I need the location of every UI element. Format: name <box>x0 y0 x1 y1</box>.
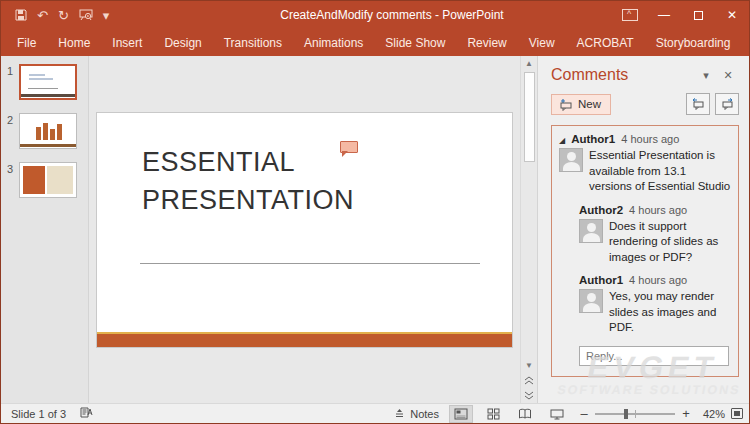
zoom-percentage[interactable]: 42% <box>697 408 725 420</box>
avatar <box>559 148 583 172</box>
window-title: CreateAndModify comments - PowerPoint <box>171 8 613 22</box>
slide-thumbnail-pane: 1 2 3 <box>1 56 89 403</box>
reply-text: Yes, you may render slides as images and… <box>609 289 731 336</box>
reply-text: Does it support rendering of slides as i… <box>609 219 731 266</box>
scroll-up-icon[interactable]: ▲ <box>522 56 537 71</box>
comments-panel-header: Comments ▾ ✕ <box>551 66 739 84</box>
tab-transitions[interactable]: Transitions <box>213 31 293 55</box>
minimize-button[interactable]: — <box>647 1 681 29</box>
panel-close-icon[interactable]: ✕ <box>717 69 739 82</box>
reply-author: Author2 <box>579 204 623 216</box>
main-area: 1 2 3 <box>1 56 749 403</box>
collapse-triangle-icon[interactable]: ◢ <box>559 136 565 145</box>
status-bar: Slide 1 of 3 Notes <box>1 403 749 423</box>
slide-title-text[interactable]: ESSENTIAL PRESENTATION <box>142 143 354 219</box>
comment-time: 4 hours ago <box>621 133 679 145</box>
thumbnail-1-preview <box>19 64 77 100</box>
zoom-in-button[interactable]: + <box>681 406 691 421</box>
slide-counter: Slide 1 of 3 <box>11 408 66 420</box>
slide-thumbnail-1[interactable]: 1 <box>1 64 88 100</box>
comment-author: Author1 <box>571 133 615 145</box>
slide-editor: ESSENTIAL PRESENTATION ▲ ▼ <box>89 56 537 403</box>
comments-panel: Comments ▾ ✕ New ◢ A <box>537 56 749 403</box>
tab-insert[interactable]: Insert <box>101 31 153 55</box>
quick-access-toolbar: ↶ ↻ ▾ <box>1 9 171 22</box>
zoom-out-button[interactable]: – <box>579 406 589 421</box>
comment-reply-2: Author1 4 hours ago Yes, you may render … <box>579 274 731 336</box>
maximize-button[interactable] <box>681 1 715 29</box>
slide-sorter-view-button[interactable] <box>481 405 505 423</box>
slide-bottom-band <box>97 332 512 347</box>
thumbnail-2-preview <box>19 113 77 149</box>
fit-slide-to-window-button[interactable] <box>731 408 743 419</box>
panel-options-chevron-icon[interactable]: ▾ <box>695 69 717 82</box>
tab-animations[interactable]: Animations <box>293 31 374 55</box>
tab-design[interactable]: Design <box>153 31 212 55</box>
title-bar: ↶ ↻ ▾ CreateAndModify comments - PowerPo… <box>1 1 749 29</box>
slide-thumbnail-3[interactable]: 3 <box>1 162 88 198</box>
tab-home[interactable]: Home <box>47 31 101 55</box>
vertical-scrollbar[interactable]: ▲ ▼ <box>520 56 537 403</box>
redo-icon[interactable]: ↻ <box>58 9 69 22</box>
previous-slide-button[interactable] <box>522 373 537 388</box>
comment-text: Essential Presentation is available from… <box>589 148 731 195</box>
avatar <box>579 219 603 243</box>
spell-check-icon[interactable] <box>80 406 95 421</box>
new-comment-icon <box>559 98 573 111</box>
zoom-slider-thumb[interactable] <box>624 409 628 419</box>
scrollbar-thumb[interactable] <box>524 72 535 162</box>
comment-header: ◢ Author1 4 hours ago <box>559 133 731 145</box>
start-slideshow-icon[interactable] <box>79 9 93 21</box>
next-comment-button[interactable] <box>715 93 739 115</box>
slide-thumbnail-2[interactable]: 2 <box>1 113 88 149</box>
undo-icon[interactable]: ↶ <box>37 9 48 22</box>
reply-time: 4 hours ago <box>629 274 687 286</box>
comments-toolbar: New <box>551 93 739 115</box>
reading-view-button[interactable] <box>513 405 537 423</box>
slideshow-view-button[interactable] <box>545 405 569 423</box>
thumbnail-3-preview <box>19 162 77 198</box>
slide-canvas[interactable]: ESSENTIAL PRESENTATION <box>96 112 513 348</box>
reply-time: 4 hours ago <box>629 204 687 216</box>
ribbon-display-options-button[interactable] <box>613 1 647 29</box>
ribbon-tab-row: File Home Insert Design Transitions Anim… <box>1 29 749 56</box>
avatar <box>579 289 603 313</box>
reply-author: Author1 <box>579 274 623 286</box>
powerpoint-window: ↶ ↻ ▾ CreateAndModify comments - PowerPo… <box>0 0 750 424</box>
slide-divider-line <box>140 263 480 264</box>
comment-thread[interactable]: ◢ Author1 4 hours ago Essential Presenta… <box>551 125 739 377</box>
reply-input[interactable] <box>579 346 729 366</box>
tab-acrobat[interactable]: ACROBAT <box>566 31 645 55</box>
comment-reply-1: Author2 4 hours ago Does it support rend… <box>579 204 731 266</box>
window-controls: — ✕ <box>613 1 749 29</box>
tab-file[interactable]: File <box>15 31 47 55</box>
zoom-controls: – + 42% <box>579 406 743 421</box>
previous-comment-button[interactable] <box>686 93 710 115</box>
next-slide-button[interactable] <box>522 388 537 403</box>
comments-panel-title: Comments <box>551 66 695 84</box>
save-icon[interactable] <box>15 9 27 21</box>
comment-marker-icon[interactable] <box>340 141 358 153</box>
new-comment-button[interactable]: New <box>551 94 611 115</box>
tab-storyboarding[interactable]: Storyboarding <box>645 31 742 55</box>
notes-icon <box>394 408 405 419</box>
tab-view[interactable]: View <box>518 31 566 55</box>
notes-toggle-button[interactable]: Notes <box>394 408 439 420</box>
view-shortcuts <box>449 405 569 423</box>
tab-review[interactable]: Review <box>456 31 517 55</box>
customize-qat-icon[interactable]: ▾ <box>103 9 110 22</box>
tab-slide-show[interactable]: Slide Show <box>374 31 456 55</box>
zoom-slider[interactable] <box>595 413 675 415</box>
scroll-down-icon[interactable]: ▼ <box>522 358 537 373</box>
normal-view-button[interactable] <box>449 405 473 423</box>
